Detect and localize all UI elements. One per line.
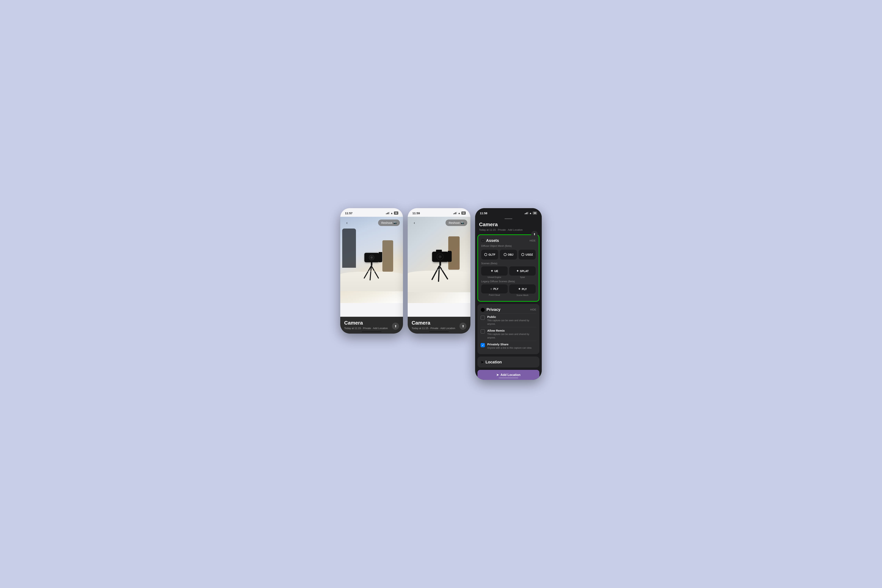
phone-3: 11:58 ▲ 58 Camera Today at 11:15 · Priva… — [475, 208, 542, 380]
phones-container: 11:57 ▲ 58 — [323, 208, 559, 380]
phone-1: 11:57 ▲ 58 — [340, 208, 403, 334]
share-button-2[interactable]: ⬆ — [459, 322, 466, 330]
home-indicator-2 — [429, 331, 449, 332]
ply-cloud-button[interactable]: ○ PLY — [481, 284, 508, 293]
assets-title-row: ⬡ Assets — [481, 238, 499, 243]
privacy-hide-button[interactable]: HIDE — [530, 308, 536, 311]
drag-handle — [475, 217, 542, 219]
title-1: Camera — [344, 320, 399, 326]
dark-header: Camera Today at 11:15 · Private · Add Lo… — [475, 219, 542, 234]
privacy-icon: ⬤ — [481, 307, 485, 312]
public-label: Public — [487, 315, 536, 318]
back-button-2[interactable]: ‹ — [411, 219, 418, 226]
assets-icon: ⬡ — [481, 238, 484, 243]
photo-area-1: FUJIFILM ‹ Reshoot 📷 — [340, 217, 403, 303]
location-title: Location — [486, 360, 502, 364]
privacy-title: Privacy — [486, 308, 500, 312]
status-bar-1: 11:57 ▲ 58 — [340, 208, 403, 217]
reshoot-button-2[interactable]: Reshoot 📷 — [446, 219, 467, 226]
nav-overlay-1: ‹ Reshoot 📷 — [340, 219, 403, 226]
asset-grid-legacy: ○ PLY Point Cloud ✦ PLY Scene Mesh — [481, 284, 536, 296]
time-3: 11:58 — [480, 212, 487, 215]
splat-button[interactable]: ✦ SPLAT — [509, 266, 536, 276]
photo-area-2: FUJIFILM ‹ Reshoot 📷 — [408, 217, 470, 303]
ue-sublabel: Unreal Engine — [488, 276, 501, 278]
back-button-1[interactable]: ‹ — [344, 219, 351, 226]
private-share-desc: Anyone with a link to this capture can v… — [487, 346, 532, 349]
nav-overlay-2: ‹ Reshoot 📷 — [408, 219, 470, 226]
photo-bg-2: FUJIFILM — [408, 217, 470, 303]
add-location-button[interactable]: ➤ Add Location — [477, 370, 539, 380]
subtitle-2: Today at 11:15 · Private · Add Location — [412, 327, 466, 330]
ply-mesh-wrapper: ✦ PLY Scene Mesh — [509, 284, 536, 296]
ue-button[interactable]: ✦ UE — [481, 266, 508, 276]
private-share-text: Privately Share Anyone with a link to th… — [487, 343, 532, 350]
remix-desc: This capture can be seen and shared by a… — [487, 333, 529, 339]
signal-icon-3 — [525, 212, 528, 214]
photo-bg-1: FUJIFILM — [340, 217, 403, 303]
dark-title: Camera — [479, 222, 538, 228]
splat-wrapper: ✦ SPLAT Splat — [509, 266, 536, 278]
ply-cloud-label: PLY — [494, 287, 498, 291]
obj-button[interactable]: ⬡ OBJ — [500, 250, 517, 260]
asset-grid-scenes: ✦ UE Unreal Engine ✦ SPLAT Splat — [481, 266, 536, 278]
privacy-remix-row[interactable]: Allow Remix This capture can be seen and… — [481, 327, 536, 341]
status-icons-1: ▲ 58 — [386, 212, 398, 214]
camera-tripod-1 — [362, 253, 381, 279]
gltf-button[interactable]: ⬡ GLTF — [481, 250, 498, 260]
ply-mesh-icon: ✦ — [518, 287, 520, 291]
legacy-label: Legacy Diffuse Scenes (Beta) — [481, 280, 536, 283]
remix-label: Allow Remix — [487, 329, 536, 332]
public-checkbox[interactable] — [481, 315, 485, 320]
asset-grid-diffuse: ⬡ GLTF ⬡ OBJ ⬡ USDZ — [481, 250, 536, 260]
phone-2: 11:59 ▲ 58 — [408, 208, 470, 334]
assets-hide-button[interactable]: HIDE — [530, 239, 536, 242]
splat-sublabel: Splat — [520, 276, 525, 278]
splat-icon: ✦ — [516, 269, 519, 273]
add-location-icon: ➤ — [496, 373, 499, 377]
location-section: ➤ Location — [477, 357, 539, 368]
camera-brand-1: FUJIFILM — [366, 270, 375, 272]
assets-title: Assets — [486, 238, 499, 243]
battery-icon-2: 58 — [461, 212, 466, 214]
privacy-private-row[interactable]: Privately Share Anyone with a link to th… — [481, 341, 536, 351]
gltf-icon: ⬡ — [484, 252, 487, 257]
ply-cloud-sublabel: Point Cloud — [489, 294, 500, 296]
share-button-3[interactable]: ⬆ — [531, 231, 538, 237]
add-location-label: Add Location — [500, 373, 520, 377]
wifi-icon-2: ▲ — [458, 212, 460, 214]
gltf-label: GLTF — [488, 253, 495, 256]
status-icons-2: ▲ 58 — [453, 212, 466, 214]
home-indicator-3 — [499, 378, 518, 378]
ply-cloud-wrapper: ○ PLY Point Cloud — [481, 284, 508, 296]
signal-icon-1 — [386, 212, 390, 214]
splat-label: SPLAT — [520, 270, 529, 273]
title-2: Camera — [412, 320, 466, 326]
reshoot-button-1[interactable]: Reshoot 📷 — [378, 219, 400, 226]
usdz-button[interactable]: ⬡ USDZ — [519, 250, 536, 260]
dark-subtitle: Today at 11:15 · Private · Add Location — [479, 228, 538, 231]
wifi-icon-3: ▲ — [529, 212, 532, 214]
assets-header: ⬡ Assets HIDE — [481, 238, 536, 243]
assets-section: ⬡ Assets HIDE Diffuse Object Mesh (Beta)… — [477, 234, 539, 302]
camera-tripod-2 — [429, 252, 451, 280]
ply-mesh-button[interactable]: ✦ PLY — [509, 284, 536, 294]
remix-checkbox[interactable] — [481, 329, 485, 334]
public-text: Public This capture can be seen and shar… — [487, 315, 536, 326]
private-share-checkbox[interactable] — [481, 343, 485, 347]
camera-icon-reshoot-2: 📷 — [461, 221, 464, 224]
share-button-1[interactable]: ⬆ — [392, 322, 399, 330]
battery-icon-1: 58 — [394, 212, 398, 214]
privacy-public-row[interactable]: Public This capture can be seen and shar… — [481, 314, 536, 327]
ue-icon: ✦ — [490, 269, 493, 273]
ue-wrapper: ✦ UE Unreal Engine — [481, 266, 508, 278]
status-icons-3: ▲ 58 — [525, 212, 537, 214]
location-icon: ➤ — [481, 360, 484, 364]
ply-mesh-label: PLY — [522, 288, 527, 291]
time-1: 11:57 — [345, 212, 352, 215]
bg-chair-1 — [342, 228, 356, 268]
obj-label: OBJ — [508, 253, 513, 256]
share-icon-3: ⬆ — [533, 232, 536, 236]
usdz-icon: ⬡ — [521, 252, 524, 257]
remix-text: Allow Remix This capture can be seen and… — [487, 329, 536, 339]
